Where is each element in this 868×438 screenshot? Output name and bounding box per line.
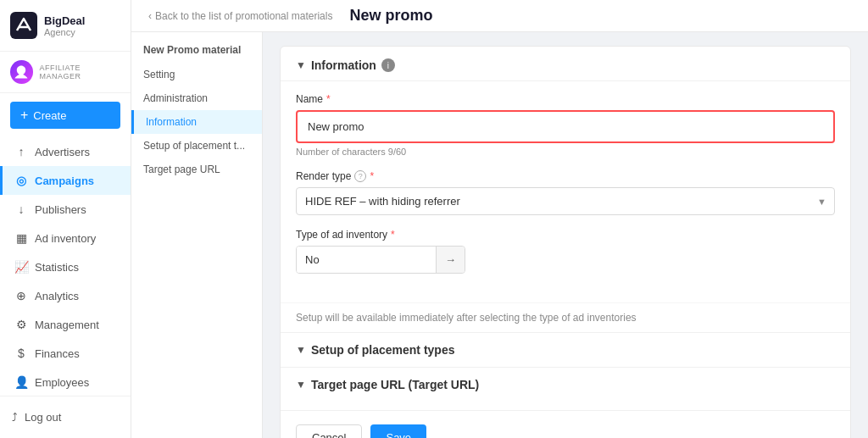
render-type-label: Render type ? * xyxy=(296,170,835,182)
sidebar-item-statistics[interactable]: 📈 Statistics xyxy=(0,252,131,281)
back-arrow-icon: ‹ xyxy=(148,10,152,22)
sub-nav-administration[interactable]: Administration xyxy=(131,86,262,110)
ad-inventory-arrow-icon[interactable]: → xyxy=(436,247,465,273)
sidebar-item-publishers[interactable]: ↓ Publishers xyxy=(0,195,131,224)
nav-items: ↑ Advertisers ◎ Campaigns ↓ Publishers ▦… xyxy=(0,137,131,396)
placement-collapse-icon: ▼ xyxy=(296,344,306,356)
information-help-icon[interactable]: i xyxy=(381,58,395,72)
target-url-collapse-icon: ▼ xyxy=(296,379,306,391)
name-required-star: * xyxy=(326,93,331,105)
information-section-title: Information xyxy=(311,58,376,72)
ad-inventory-select[interactable]: No xyxy=(297,247,436,273)
form-footer: Cancel Save xyxy=(281,410,850,438)
sub-nav-setting[interactable]: Setting xyxy=(131,63,262,86)
sidebar-item-campaigns[interactable]: ◎ Campaigns xyxy=(0,166,131,195)
name-label: Name * xyxy=(296,93,835,105)
render-type-help-icon[interactable]: ? xyxy=(354,170,366,182)
create-plus-icon: + xyxy=(20,108,28,123)
sidebar-item-finances[interactable]: $ Finances xyxy=(0,339,131,368)
information-section-content: Name * Number of characters 9/60 Render … xyxy=(281,81,850,299)
page-title: New promo xyxy=(349,7,432,25)
advertisers-icon: ↑ xyxy=(14,145,28,158)
sub-nav-group-label: New Promo material xyxy=(131,44,262,63)
information-section-header[interactable]: ▼ Information i xyxy=(281,47,850,81)
content-area: New Promo material Setting Administratio… xyxy=(131,32,868,438)
sub-nav-setup-placement[interactable]: Setup of placement t... xyxy=(131,134,262,158)
setup-hint: Setup will be available immediately afte… xyxy=(281,302,850,332)
svg-rect-0 xyxy=(10,12,37,39)
render-type-select[interactable]: HIDE REF – with hiding referrer xyxy=(296,187,835,215)
logo-text: BigDeal Agency xyxy=(44,14,85,37)
placement-section-header[interactable]: ▼ Setup of placement types xyxy=(281,332,850,367)
save-button[interactable]: Save xyxy=(370,424,426,438)
ad-inventory-form-group: Type of ad inventory * No → xyxy=(296,229,835,274)
sidebar-item-analytics[interactable]: ⊕ Analytics xyxy=(0,281,131,310)
ad-inventory-icon: ▦ xyxy=(14,231,28,245)
cancel-button[interactable]: Cancel xyxy=(296,424,362,438)
statistics-icon: 📈 xyxy=(14,260,28,274)
logout-icon: ⤴ xyxy=(12,411,18,424)
logo: BigDeal Agency xyxy=(0,0,131,52)
render-type-select-wrapper: HIDE REF – with hiding referrer ▼ xyxy=(296,187,835,215)
render-type-required-star: * xyxy=(370,170,374,182)
main-area: ‹ Back to the list of promotional materi… xyxy=(131,0,868,438)
sidebar-bottom: ⤴ Log out xyxy=(0,396,131,438)
finances-icon: $ xyxy=(14,347,28,360)
target-url-section-header[interactable]: ▼ Target page URL (Target URL) xyxy=(281,367,850,402)
ad-inventory-select-wrapper: No → xyxy=(296,246,465,274)
sidebar-item-management[interactable]: ⚙ Management xyxy=(0,310,131,339)
publishers-icon: ↓ xyxy=(14,202,28,216)
employees-icon: 👤 xyxy=(14,375,28,389)
sub-nav-information[interactable]: Information xyxy=(131,110,262,134)
top-bar: ‹ Back to the list of promotional materi… xyxy=(131,0,868,32)
render-type-form-group: Render type ? * HIDE REF – with hiding r… xyxy=(296,170,835,215)
management-icon: ⚙ xyxy=(14,318,28,331)
placement-section-title: Setup of placement types xyxy=(311,343,455,357)
form-card: ▼ Information i Name * Number of xyxy=(280,46,851,438)
sidebar-item-ad-inventory[interactable]: ▦ Ad inventory xyxy=(0,224,131,252)
name-input[interactable] xyxy=(299,114,832,140)
ad-inventory-required-star: * xyxy=(391,229,395,241)
back-link[interactable]: ‹ Back to the list of promotional materi… xyxy=(148,10,332,22)
char-count: Number of characters 9/60 xyxy=(296,147,835,157)
name-form-group: Name * Number of characters 9/60 xyxy=(296,93,835,157)
user-info: Affiliate Manager xyxy=(0,52,131,93)
sidebar-item-employees[interactable]: 👤 Employees xyxy=(0,368,131,396)
information-collapse-icon: ▼ xyxy=(296,59,306,71)
sub-sidebar: New Promo material Setting Administratio… xyxy=(131,32,263,438)
ad-inventory-label: Type of ad inventory * xyxy=(296,229,835,241)
logo-icon xyxy=(10,12,37,39)
analytics-icon: ⊕ xyxy=(14,289,28,302)
form-area: ▼ Information i Name * Number of xyxy=(263,32,868,438)
sidebar: BigDeal Agency Affiliate Manager + Creat… xyxy=(0,0,131,438)
target-url-section-title: Target page URL (Target URL) xyxy=(311,378,479,391)
name-input-border xyxy=(296,110,835,143)
user-role: Affiliate Manager xyxy=(40,64,120,80)
sub-nav-target-page-url[interactable]: Target page URL xyxy=(131,158,262,181)
campaigns-icon: ◎ xyxy=(14,174,28,187)
create-button[interactable]: + Create xyxy=(10,102,120,129)
avatar xyxy=(10,60,33,84)
logout-button[interactable]: ⤴ Log out xyxy=(0,403,131,431)
sidebar-item-advertisers[interactable]: ↑ Advertisers xyxy=(0,137,131,166)
